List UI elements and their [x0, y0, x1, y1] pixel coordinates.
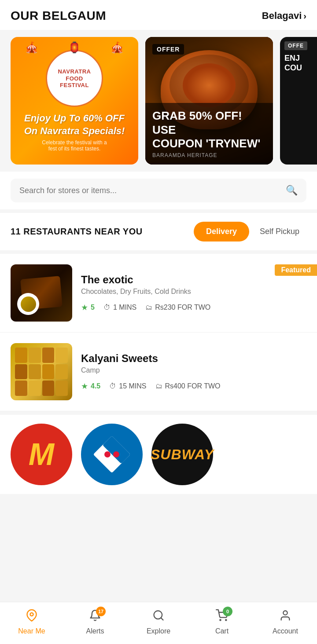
nav-account[interactable]: Account — [263, 609, 307, 635]
header: OUR BELGAUM Belagavi › — [0, 0, 317, 30]
navratra-badge-text: NAVRATRAFOODFESTIVAL — [58, 68, 91, 89]
restaurant-meta-kalyani: ★ 4.5 ⏱ 15 MINS 🗂 Rs400 FOR TWO — [81, 381, 306, 391]
near-me-icon — [26, 609, 38, 625]
featured-badge: Featured — [275, 264, 317, 276]
festival-decorations: 🎪🏮🎪 — [11, 41, 138, 54]
banners-carousel: 🎪🏮🎪 NAVRATRAFOODFESTIVAL Enjoy Up To 60%… — [0, 30, 317, 172]
svg-point-7 — [220, 619, 221, 620]
banner-navratra-offer: Enjoy Up To 60% OFFOn Navratra Specials! — [24, 112, 125, 137]
star-icon-exotic: ★ — [81, 303, 88, 312]
banner-navratra[interactable]: 🎪🏮🎪 NAVRATRAFOODFESTIVAL Enjoy Up To 60%… — [11, 37, 138, 165]
restaurant-meta-exotic: ★ 5 ⏱ 1 MINS 🗂 Rs230 FOR TWO — [81, 303, 306, 312]
svg-point-9 — [283, 611, 287, 615]
time-val-exotic: 1 MINS — [113, 304, 136, 311]
restaurant-info-exotic: The exotic Chocolates, Dry Fruits, Cold … — [81, 264, 306, 322]
svg-point-2 — [104, 451, 111, 457]
self-pickup-button[interactable]: Self Pickup — [253, 222, 306, 242]
banner-trynew-text: GRAB 50% OFF! USECOUPON 'TRYNEW' — [152, 109, 266, 150]
restaurant-name-kalyani: Kalyani Sweets — [81, 352, 158, 365]
svg-point-3 — [113, 451, 119, 457]
bottom-nav: Near Me 17 Alerts Explore 0 — [0, 602, 317, 644]
price-val-exotic: Rs230 FOR TWO — [155, 304, 210, 311]
svg-line-6 — [161, 618, 163, 620]
app-title: OUR BELGAUM — [11, 9, 106, 23]
location-selector[interactable]: Belagavi › — [262, 10, 306, 22]
banner-trynew-store: BARAAMDA HERITAGE — [152, 152, 266, 158]
search-bar[interactable]: 🔍 — [11, 179, 306, 202]
time-val-kalyani: 15 MINS — [119, 382, 146, 390]
nav-explore[interactable]: Explore — [136, 609, 181, 635]
time-exotic: ⏱ 1 MINS — [103, 304, 136, 311]
price-kalyani: 🗂 Rs400 FOR TWO — [155, 382, 221, 390]
navratra-badge: NAVRATRAFOODFESTIVAL — [46, 50, 103, 107]
nav-alerts-label: Alerts — [86, 627, 104, 635]
nav-alerts[interactable]: 17 Alerts — [73, 609, 117, 635]
nav-explore-label: Explore — [147, 627, 170, 635]
banner-navratra-subtext: Celebrate the festival with afest of its… — [42, 139, 107, 152]
restaurant-img-exotic — [11, 264, 72, 322]
restaurant-cuisine-kalyani: Camp — [81, 366, 306, 374]
search-input[interactable] — [19, 186, 280, 195]
location-label: Belagavi — [262, 10, 302, 22]
rating-exotic: ★ 5 — [81, 303, 95, 312]
search-section: 🔍 — [0, 172, 317, 209]
price-icon-exotic: 🗂 — [145, 304, 152, 311]
rating-kalyani: ★ 4.5 — [81, 381, 100, 391]
offer-tag-banner3: OFFE — [284, 41, 307, 50]
restaurant-card-exotic[interactable]: The exotic Chocolates, Dry Fruits, Cold … — [0, 254, 317, 333]
rating-val-exotic: 5 — [91, 304, 95, 311]
rating-val-kalyani: 4.5 — [91, 382, 100, 390]
restaurants-list: The exotic Chocolates, Dry Fruits, Cold … — [0, 254, 317, 411]
clock-icon-kalyani: ⏱ — [109, 382, 116, 390]
restaurant-card-kalyani[interactable]: Kalyani Sweets Camp ★ 4.5 ⏱ 15 MINS 🗂 Rs… — [0, 333, 317, 411]
nav-cart-label: Cart — [215, 627, 229, 635]
explore-icon — [152, 609, 165, 625]
restaurant-count: 11 RESTAURANTS NEAR YOU — [11, 227, 143, 237]
nav-account-label: Account — [273, 627, 298, 635]
cart-icon: 0 — [216, 609, 228, 625]
svg-point-8 — [225, 619, 226, 620]
price-exotic: 🗂 Rs230 FOR TWO — [145, 304, 210, 311]
brand-dominos[interactable] — [81, 424, 143, 485]
price-val-kalyani: Rs400 FOR TWO — [165, 382, 221, 390]
filter-buttons: Delivery Self Pickup — [194, 222, 306, 242]
nav-cart[interactable]: 0 Cart — [200, 609, 244, 635]
restaurant-info-kalyani: Kalyani Sweets Camp ★ 4.5 ⏱ 15 MINS 🗂 Rs… — [81, 343, 306, 400]
restaurant-cuisine-exotic: Chocolates, Dry Fruits, Cold Drinks — [81, 288, 306, 296]
nav-near-me[interactable]: Near Me — [10, 609, 54, 635]
offer-tag-banner2: OFFER — [152, 44, 184, 55]
star-icon-kalyani: ★ — [81, 381, 88, 391]
brand-mcdonalds[interactable]: M — [11, 424, 72, 485]
brands-section: M SUBWAY — [0, 415, 317, 494]
subway-logo: SUBWAY — [151, 446, 214, 463]
time-kalyani: ⏱ 15 MINS — [109, 382, 146, 390]
price-icon-kalyani: 🗂 — [155, 382, 162, 390]
mcdonalds-logo: M — [29, 439, 54, 470]
account-icon — [279, 609, 291, 625]
chevron-right-icon: › — [303, 11, 306, 21]
banner-partial[interactable]: OFFE ENJCOU — [280, 37, 317, 165]
cart-badge: 0 — [223, 607, 232, 616]
clock-icon-exotic: ⏱ — [103, 304, 111, 311]
svg-point-4 — [30, 613, 33, 616]
brand-subway[interactable]: SUBWAY — [151, 424, 213, 485]
alerts-icon: 17 — [89, 609, 101, 625]
alerts-badge: 17 — [96, 607, 106, 616]
filter-section: 11 RESTAURANTS NEAR YOU Delivery Self Pi… — [0, 213, 317, 250]
banner-trynew[interactable]: OFFER GRAB 50% OFF! USECOUPON 'TRYNEW' B… — [145, 37, 273, 165]
dominos-logo — [92, 435, 132, 474]
search-icon: 🔍 — [286, 185, 298, 196]
delivery-button[interactable]: Delivery — [194, 222, 249, 242]
restaurant-name-exotic: The exotic — [81, 274, 133, 286]
restaurant-img-kalyani — [11, 343, 72, 400]
nav-near-me-label: Near Me — [18, 627, 45, 635]
banner-partial-text: ENJCOU — [284, 54, 317, 73]
